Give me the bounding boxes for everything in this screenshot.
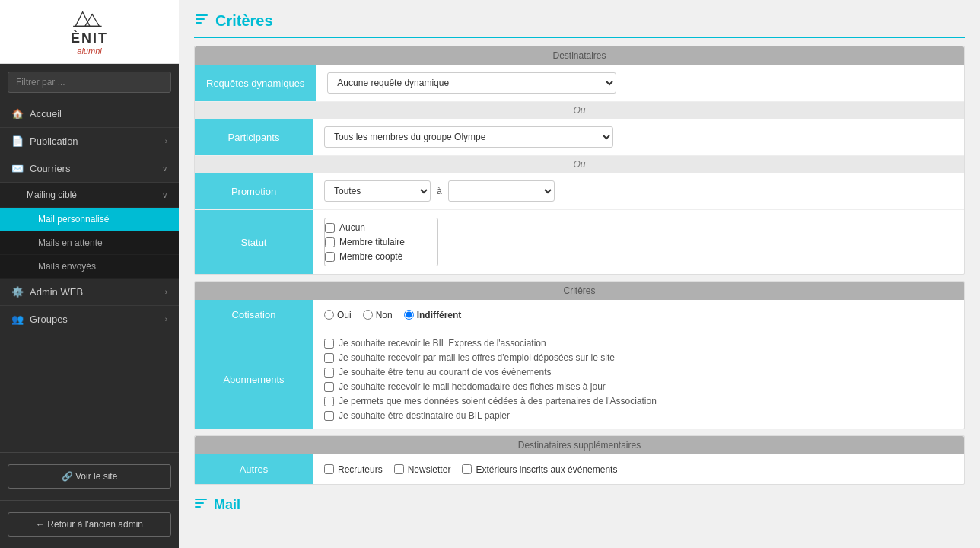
page-title-container: Critères — [194, 11, 965, 38]
sidebar-item-publication[interactable]: 📄 Publication › — [0, 128, 179, 155]
voir-site-button[interactable]: 🔗 Voir le site — [8, 464, 171, 489]
sidebar-item-mailing-cible[interactable]: Mailing ciblé ∨ — [0, 183, 179, 208]
autres-checkbox-0[interactable] — [324, 464, 334, 474]
abonnement-item-0[interactable]: Je souhaite recevoir le BIL Express de l… — [324, 338, 657, 349]
chevron-right-icon: › — [165, 315, 167, 323]
cotisation-non-label: Non — [376, 310, 393, 320]
cotisation-oui[interactable]: Oui — [324, 310, 352, 320]
autres-item-2[interactable]: Extérieurs inscrits aux événements — [462, 464, 617, 475]
autres-item-1[interactable]: Newsletter — [394, 464, 451, 475]
participants-content: Tous les membres du groupe Olympe — [313, 119, 964, 155]
mail-section-icon — [194, 496, 208, 514]
sidebar-sub-mailing: Mail personnalisé Mails en attente Mails… — [0, 208, 179, 279]
promotion-to-select[interactable] — [448, 180, 555, 202]
retour-button[interactable]: ← Retour à l'ancien admin — [8, 512, 171, 537]
groups-icon: 👥 — [11, 314, 24, 325]
participants-select[interactable]: Tous les membres du groupe Olympe — [324, 126, 613, 148]
sidebar-item-mails-en-attente[interactable]: Mails en attente — [0, 231, 179, 255]
logo-svg — [71, 8, 109, 30]
abonnement-checkbox-2[interactable] — [324, 368, 334, 378]
statut-checkbox-coopte[interactable] — [325, 252, 335, 262]
sidebar-item-label: Courriers — [30, 163, 70, 174]
abonnement-checkbox-0[interactable] — [324, 339, 334, 349]
requetes-label: Requêtes dynamiques — [195, 65, 316, 101]
statut-label-coopte: Membre coopté — [339, 251, 402, 262]
radio-indifferent[interactable] — [404, 310, 414, 320]
svg-rect-8 — [195, 506, 201, 508]
cotisation-label: Cotisation — [195, 300, 313, 330]
autres-checkbox-2[interactable] — [462, 464, 472, 474]
destinataires-sup-header: Destinataires supplémentaires — [195, 436, 964, 454]
sidebar-sub-courriers: Mailing ciblé ∨ Mail personnalisé Mails … — [0, 183, 179, 279]
sidebar-item-mails-envoyes[interactable]: Mails envoyés — [0, 255, 179, 279]
abonnement-item-5[interactable]: Je souhaite être destinataire du BIL pap… — [324, 410, 657, 421]
svg-rect-4 — [196, 18, 205, 20]
sidebar-logo: ÈNIT alumni — [0, 0, 179, 64]
sidebar: ÈNIT alumni 🏠 Accueil 📄 Publication › ✉️… — [0, 0, 179, 548]
cotisation-indifferent[interactable]: Indifférent — [404, 310, 462, 320]
mail-icon: ✉️ — [11, 163, 24, 174]
abonnement-checkbox-3[interactable] — [324, 382, 334, 392]
search-input[interactable] — [8, 72, 171, 93]
statut-label-titulaire: Membre titulaire — [339, 237, 405, 247]
abonnement-item-4[interactable]: Je permets que mes données soient cédées… — [324, 396, 657, 406]
mail-section-title: Mail — [214, 497, 240, 513]
chevron-right-icon: › — [165, 288, 167, 296]
svg-rect-7 — [195, 502, 204, 504]
autres-row: Autres Recruteurs Newsletter Extérieurs … — [195, 454, 964, 484]
statut-option-coopte[interactable]: Membre coopté — [325, 251, 438, 262]
promotion-a-label: à — [437, 186, 442, 196]
sidebar-divider — [0, 452, 179, 453]
abonnement-checkbox-1[interactable] — [324, 353, 334, 363]
mail-title-container: Mail — [194, 496, 965, 514]
abonnement-item-2[interactable]: Je souhaite être tenu au courant de vos … — [324, 367, 657, 378]
sidebar-item-groupes[interactable]: 👥 Groupes › — [0, 306, 179, 333]
autres-checkbox-1[interactable] — [394, 464, 404, 474]
participants-row: Participants Tous les membres du groupe … — [195, 119, 964, 156]
abonnement-label-1: Je souhaite recevoir par mail les offres… — [339, 352, 615, 363]
logo-text: ÈNIT — [71, 30, 108, 46]
abonnement-label-5: Je souhaite être destinataire du BIL pap… — [339, 410, 510, 421]
cotisation-row: Cotisation Oui Non Indifférent — [195, 300, 964, 330]
autres-item-0[interactable]: Recruteurs — [324, 464, 383, 475]
sidebar-search-container — [0, 64, 179, 100]
abonnement-checkbox-5[interactable] — [324, 411, 334, 421]
radio-oui[interactable] — [324, 310, 334, 320]
sidebar-item-mail-personnalise[interactable]: Mail personnalisé — [0, 208, 179, 231]
cotisation-indifferent-label: Indifférent — [417, 310, 462, 320]
abonnement-label-0: Je souhaite recevoir le BIL Express de l… — [339, 338, 546, 349]
sidebar-item-accueil[interactable]: 🏠 Accueil — [0, 100, 179, 128]
sidebar-item-label: Groupes — [30, 314, 68, 325]
statut-label: Statut — [195, 210, 313, 274]
statut-checkbox-titulaire[interactable] — [325, 237, 335, 247]
abonnements-label: Abonnements — [195, 330, 313, 429]
promotion-row: Promotion Toutes à — [195, 173, 964, 210]
statut-checkbox-aucun[interactable] — [325, 223, 335, 233]
promotion-from-select[interactable]: Toutes — [324, 180, 431, 202]
cotisation-non[interactable]: Non — [363, 310, 393, 320]
abonnement-item-3[interactable]: Je souhaite recevoir le mail hebdomadair… — [324, 381, 657, 392]
autres-label: Autres — [195, 454, 313, 484]
abonnements-list: Je souhaite recevoir le BIL Express de l… — [324, 338, 657, 421]
requetes-content: Aucune requête dynamique — [316, 65, 964, 101]
abonnement-checkbox-4[interactable] — [324, 397, 334, 406]
abonnement-label-4: Je permets que mes données soient cédées… — [339, 396, 657, 406]
publication-icon: 📄 — [11, 135, 24, 147]
statut-dropdown-menu: Aucun Membre titulaire Membre coopté — [324, 218, 438, 266]
abonnement-item-1[interactable]: Je souhaite recevoir par mail les offres… — [324, 352, 657, 363]
statut-option-aucun[interactable]: Aucun — [325, 222, 438, 233]
sidebar-item-label: Admin WEB — [30, 286, 83, 298]
autres-label-2: Extérieurs inscrits aux événements — [476, 464, 617, 475]
page-title: Critères — [215, 12, 273, 30]
requetes-select[interactable]: Aucune requête dynamique — [327, 72, 616, 94]
statut-option-titulaire[interactable]: Membre titulaire — [325, 237, 438, 247]
destinataires-sup-section: Destinataires supplémentaires Autres Rec… — [194, 435, 965, 485]
cotisation-radio-group: Oui Non Indifférent — [324, 310, 461, 320]
statut-row: Statut Aucun Membre titulaire Membre coo… — [195, 210, 964, 274]
radio-non[interactable] — [363, 310, 373, 320]
sidebar-item-label: Mailing ciblé — [27, 190, 77, 200]
criteria-icon — [194, 11, 209, 30]
sidebar-item-courriers[interactable]: ✉️ Courriers ∨ — [0, 155, 179, 183]
sidebar-item-admin-web[interactable]: ⚙️ Admin WEB › — [0, 279, 179, 306]
svg-rect-6 — [195, 499, 207, 500]
